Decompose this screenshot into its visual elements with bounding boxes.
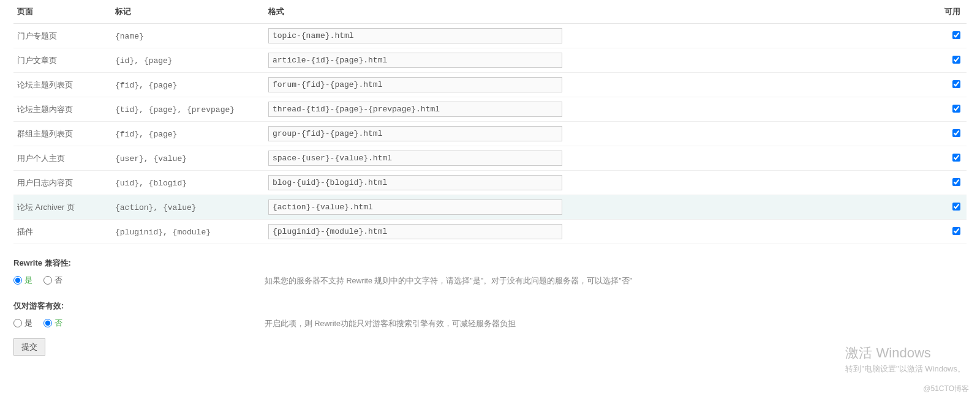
- tag-cell: {uid}, {blogid}: [115, 179, 187, 188]
- tag-cell: {action}, {value}: [115, 203, 197, 212]
- header-format: 格式: [265, 0, 930, 24]
- guest-title: 仅对游客有效:: [13, 300, 967, 311]
- available-checkbox[interactable]: [952, 80, 960, 88]
- format-input[interactable]: [268, 224, 562, 239]
- format-input[interactable]: [268, 200, 562, 215]
- rewrite-compat-section: Rewrite 兼容性: 是 否 如果您的服务器不支持 Rewrite 规则中的…: [13, 258, 967, 287]
- format-input[interactable]: [268, 53, 562, 68]
- page-name-cell: 门户文章页: [13, 48, 111, 73]
- tag-cell: {name}: [115, 32, 144, 41]
- available-checkbox[interactable]: [952, 129, 960, 137]
- compat-title: Rewrite 兼容性:: [13, 258, 967, 269]
- table-row: 门户专题页{name}: [13, 24, 967, 48]
- available-checkbox[interactable]: [952, 178, 960, 186]
- table-row: 群组主题列表页{fid}, {page}: [13, 122, 967, 146]
- format-input[interactable]: [268, 28, 562, 43]
- compat-no-option[interactable]: 否: [43, 275, 62, 286]
- header-tag: 标记: [111, 0, 265, 24]
- guest-help: 开启此项，则 Rewrite功能只对游客和搜索引擎有效，可减轻服务器负担: [265, 318, 516, 330]
- compat-yes-label: 是: [24, 275, 32, 286]
- table-row: 论坛 Archiver 页{action}, {value}: [13, 195, 967, 220]
- header-page: 页面: [13, 0, 111, 24]
- available-checkbox[interactable]: [952, 154, 960, 162]
- guest-only-section: 仅对游客有效: 是 否 开启此项，则 Rewrite功能只对游客和搜索引擎有效，…: [13, 300, 967, 330]
- guest-yes-radio[interactable]: [13, 319, 22, 327]
- tag-cell: {pluginid}, {module}: [115, 228, 211, 237]
- table-row: 插件{pluginid}, {module}: [13, 220, 967, 244]
- page-name-cell: 插件: [13, 220, 111, 244]
- tag-cell: {tid}, {page}, {prevpage}: [115, 105, 235, 114]
- table-row: 用户个人主页{user}, {value}: [13, 146, 967, 171]
- tag-cell: {fid}, {page}: [115, 130, 177, 139]
- page-name-cell: 用户个人主页: [13, 146, 111, 171]
- tag-cell: {id}, {page}: [115, 56, 173, 65]
- available-checkbox[interactable]: [952, 203, 960, 211]
- compat-help: 如果您的服务器不支持 Rewrite 规则中的中文字符，请选择"是"。对于没有此…: [265, 275, 632, 287]
- table-row: 论坛主题列表页{fid}, {page}: [13, 73, 967, 97]
- page-name-cell: 用户日志内容页: [13, 171, 111, 195]
- table-row: 门户文章页{id}, {page}: [13, 48, 967, 73]
- compat-yes-option[interactable]: 是: [13, 275, 32, 286]
- page-name-cell: 论坛主题列表页: [13, 73, 111, 97]
- guest-yes-label: 是: [24, 318, 32, 329]
- format-input[interactable]: [268, 175, 562, 190]
- table-row: 论坛主题内容页{tid}, {page}, {prevpage}: [13, 97, 967, 122]
- tag-cell: {user}, {value}: [115, 154, 187, 163]
- compat-no-label: 否: [55, 275, 62, 286]
- available-checkbox[interactable]: [952, 56, 960, 64]
- guest-no-option[interactable]: 否: [43, 318, 62, 329]
- format-input[interactable]: [268, 102, 562, 117]
- page-name-cell: 论坛 Archiver 页: [13, 195, 111, 220]
- format-input[interactable]: [268, 151, 562, 166]
- page-name-cell: 论坛主题内容页: [13, 97, 111, 122]
- table-row: 用户日志内容页{uid}, {blogid}: [13, 171, 967, 195]
- compat-yes-radio[interactable]: [13, 276, 22, 285]
- rewrite-settings-table: 页面 标记 格式 可用 门户专题页{name}门户文章页{id}, {page}…: [13, 0, 967, 244]
- guest-no-label: 否: [55, 318, 62, 329]
- format-input[interactable]: [268, 126, 562, 141]
- tag-cell: {fid}, {page}: [115, 81, 177, 90]
- compat-no-radio[interactable]: [43, 276, 52, 285]
- page-name-cell: 门户专题页: [13, 24, 111, 48]
- windows-activation-watermark: 激活 Windows 转到"电脑设置"以激活 Windows。: [845, 344, 965, 368]
- available-checkbox[interactable]: [952, 31, 960, 39]
- guest-no-radio[interactable]: [43, 319, 52, 327]
- page-name-cell: 群组主题列表页: [13, 122, 111, 146]
- available-checkbox[interactable]: [952, 227, 960, 235]
- header-avail: 可用: [930, 0, 967, 24]
- available-checkbox[interactable]: [952, 105, 960, 113]
- format-input[interactable]: [268, 77, 562, 92]
- submit-button[interactable]: 提交: [13, 338, 45, 356]
- guest-yes-option[interactable]: 是: [13, 318, 32, 329]
